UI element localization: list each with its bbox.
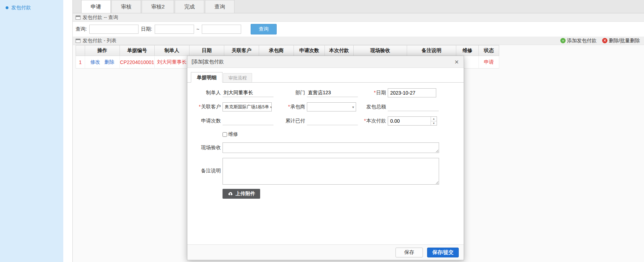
field-creator: 制单人	[187, 88, 273, 98]
tab-apply[interactable]: 申请	[81, 0, 111, 13]
query-section-header: 发包付款 -- 查询	[73, 13, 644, 22]
modal-tabbar: 单据明细 审批流程	[187, 72, 464, 83]
delete-link[interactable]: 删除	[104, 59, 114, 65]
query-section-title: 发包付款 -- 查询	[83, 14, 118, 21]
top-tabbar: 申请 审核 审核2 完成 查询	[73, 0, 644, 13]
row-index: 1	[76, 56, 85, 69]
col-remark: 备注说明	[407, 45, 456, 56]
close-icon[interactable]: ×	[454, 58, 459, 65]
required-mark: *	[374, 90, 376, 95]
col-acceptance: 现场验收	[354, 45, 407, 56]
col-creator: 制单人	[155, 45, 189, 56]
required-mark: *	[364, 118, 366, 123]
tab-approval-flow[interactable]: 审批流程	[223, 73, 252, 82]
field-paid: 累计已付	[272, 116, 358, 126]
customer-label: *关联客户	[187, 104, 223, 110]
tab-complete[interactable]: 完成	[175, 0, 204, 13]
bullet-icon	[6, 6, 8, 9]
creator-input[interactable]	[223, 89, 273, 97]
remark-label: 备注说明	[187, 168, 223, 174]
total-label: 发包总额	[353, 104, 388, 110]
customer-select-value: 奥克斯国际广场1栋5单	[225, 104, 269, 110]
required-mark: *	[288, 104, 290, 109]
spinner-up-icon[interactable]: ▲	[431, 117, 437, 121]
field-department: 部门	[272, 88, 358, 98]
payment-label: *本次付款	[353, 118, 388, 124]
date-label: 日期:	[141, 26, 152, 32]
date-from-input[interactable]	[155, 25, 194, 34]
repair-checkbox[interactable]	[223, 132, 227, 137]
sidebar: 发包付款	[0, 0, 63, 262]
payment-input[interactable]	[388, 117, 431, 125]
search-button[interactable]: 查询	[251, 24, 277, 34]
acceptance-label: 现场验收	[187, 145, 223, 151]
col-doc-no: 单据编号	[120, 45, 155, 56]
save-submit-button[interactable]: 保存/提交	[427, 248, 459, 257]
window-icon	[76, 39, 80, 43]
add-payment-button[interactable]: ＋ 添加发包付款	[560, 38, 597, 44]
add-payment-label: 添加发包付款	[567, 38, 597, 44]
spinner-down-icon[interactable]: ▼	[431, 121, 437, 126]
paid-input[interactable]	[307, 117, 358, 125]
field-apply-count: 申请次数	[187, 116, 273, 126]
row-doc-no: CP2204010001	[120, 56, 155, 69]
field-payment: *本次付款 ▲ ▼	[353, 116, 437, 126]
field-date: *日期	[353, 88, 436, 98]
row-status: 申请	[479, 56, 499, 69]
department-input[interactable]	[307, 89, 358, 97]
sidebar-item-outsourcing-payment[interactable]: 发包付款	[0, 0, 63, 15]
remark-textarea[interactable]	[223, 158, 439, 185]
field-customer: *关联客户 奥克斯国际广场1栋5单 ▾	[187, 102, 272, 112]
contractor-label: *承包商	[272, 104, 307, 110]
contractor-select[interactable]: ▾	[307, 102, 356, 111]
modal-footer: 保存 保存/提交	[187, 244, 464, 260]
field-contractor: *承包商 ▾	[272, 102, 356, 112]
sidebar-item-label: 发包付款	[11, 5, 31, 11]
query-label: 查询:	[76, 26, 87, 32]
acceptance-textarea[interactable]	[223, 142, 439, 153]
upload-attachment-button[interactable]: 上传附件	[223, 189, 260, 199]
app-root: 发包付款 申请 审核 审核2 完成 查询 发包付款 -- 查询 查询: 日期: …	[0, 0, 644, 262]
col-status: 状态	[479, 45, 499, 56]
apply-count-input[interactable]	[223, 117, 273, 125]
date-label: *日期	[353, 90, 388, 96]
query-row: 查询: 日期: ~ 查询	[73, 22, 644, 37]
col-repair: 维修	[456, 45, 479, 56]
edit-link[interactable]: 修改	[90, 59, 100, 65]
col-apply-count: 申请次数	[294, 45, 325, 56]
paid-label: 累计已付	[272, 118, 307, 124]
window-icon	[76, 15, 80, 20]
upload-cloud-icon	[227, 192, 233, 196]
col-index	[76, 45, 85, 56]
total-input[interactable]	[388, 103, 439, 111]
date-input[interactable]	[388, 88, 436, 97]
save-button[interactable]: 保存	[395, 248, 423, 257]
list-section-title: 发包付款 - 列表	[83, 38, 116, 44]
field-total: 发包总额	[353, 102, 439, 112]
col-date: 日期	[189, 45, 224, 56]
required-mark: *	[199, 104, 201, 109]
creator-label: 制单人	[187, 90, 223, 96]
add-payment-modal: [添加]发包付款 × 单据明细 审批流程 制单人 部门 *日期 *关联客户 奥克…	[187, 56, 464, 260]
query-input[interactable]	[89, 25, 139, 34]
tab-review[interactable]: 审核	[111, 0, 141, 13]
modal-header: [添加]发包付款 ×	[187, 56, 464, 68]
payment-spinner: ▲ ▼	[431, 117, 437, 125]
delete-icon: ✕	[602, 38, 607, 43]
date-to-input[interactable]	[202, 25, 241, 34]
tab-query[interactable]: 查询	[205, 0, 234, 13]
department-label: 部门	[272, 90, 307, 96]
date-range-separator: ~	[197, 26, 199, 32]
col-contractor: 承包商	[259, 45, 294, 56]
tab-review2[interactable]: 审核2	[142, 0, 174, 13]
repair-label: 维修	[228, 131, 238, 138]
tab-detail[interactable]: 单据明细	[191, 72, 223, 83]
modal-title: [添加]发包付款	[192, 59, 224, 65]
customer-select[interactable]: 奥克斯国际广场1栋5单 ▾	[223, 102, 272, 111]
col-payment: 本次付款	[325, 45, 354, 56]
delete-batch-button[interactable]: ✕ 删除/批量删除	[602, 38, 640, 44]
field-repair: 维修	[223, 131, 238, 138]
row-actions: 修改 删除	[85, 56, 120, 69]
col-customer: 关联客户	[224, 45, 259, 56]
col-actions: 操作	[85, 45, 120, 56]
